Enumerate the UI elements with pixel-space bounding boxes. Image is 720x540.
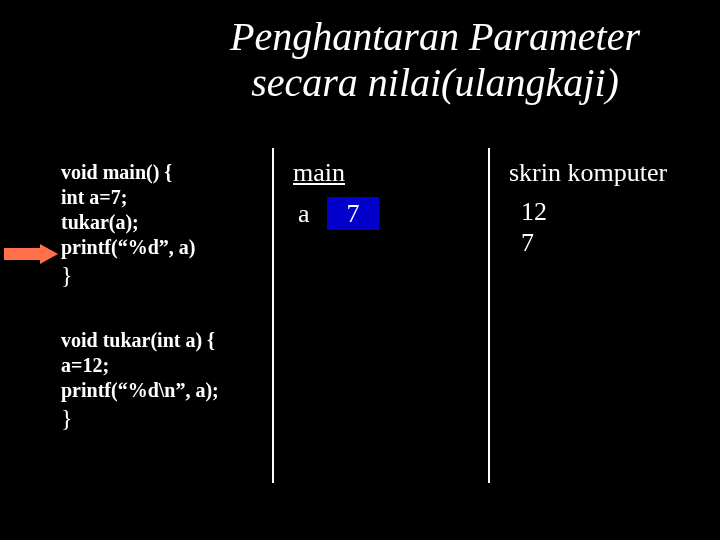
code-block-tukar: void tukar(int a) { a=12; printf(“%d\n”,… [61,328,219,433]
screen-output-line-2: 7 [521,228,534,258]
screen-output-line-1: 12 [521,197,547,227]
code-line: a=12; [61,353,219,378]
code-line: } [61,260,195,290]
column-screen-header: skrin komputer [509,158,667,188]
slide-title: Penghantaran Parameter secara nilai(ulan… [0,0,720,106]
title-line-1: Penghantaran Parameter [230,14,640,59]
pointer-arrow-icon [4,244,58,268]
code-line: printf(“%d”, a) [61,235,195,260]
column-divider-1 [272,148,274,483]
svg-marker-0 [4,244,58,264]
variable-a-value-box: 7 [327,197,379,230]
code-line: int a=7; [61,185,195,210]
code-line: void main() { [61,160,195,185]
variable-a-label: a [298,199,310,229]
code-line: void tukar(int a) { [61,328,219,353]
code-line: printf(“%d\n”, a); [61,378,219,403]
title-line-2: secara nilai(ulangkaji) [251,60,619,105]
code-line: tukar(a); [61,210,195,235]
code-block-main: void main() { int a=7; tukar(a); printf(… [61,160,195,290]
column-divider-2 [488,148,490,483]
code-line: } [61,403,219,433]
column-main-header: main [293,158,345,188]
